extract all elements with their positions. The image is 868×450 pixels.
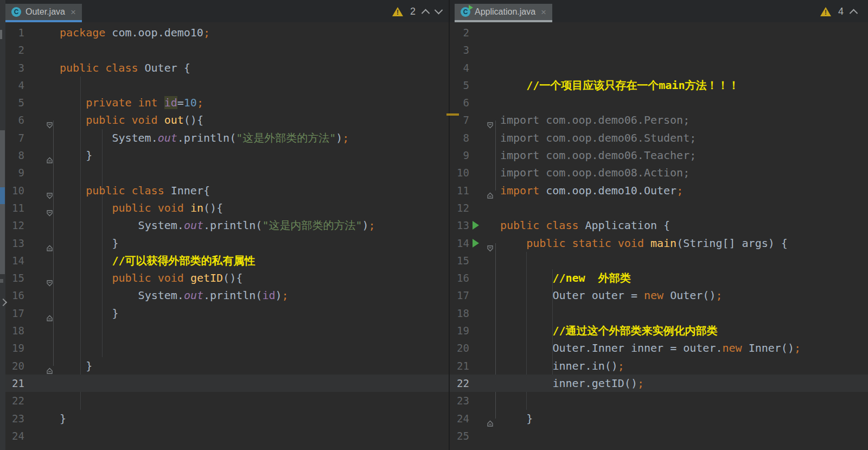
line-number[interactable]: 8 xyxy=(5,147,24,164)
line-number[interactable]: 22 xyxy=(5,392,24,409)
code-line[interactable]: 7import com.oop.demo06.Person; xyxy=(450,111,868,129)
code-line[interactable]: 15 xyxy=(450,252,868,269)
code-line[interactable]: 13public class Application { xyxy=(450,217,868,234)
code-line[interactable]: 9import com.oop.demo06.Teacher; xyxy=(450,147,868,164)
code-line[interactable]: 23} xyxy=(5,410,449,427)
code-line[interactable]: 19//通过这个外部类来实例化内部类 xyxy=(450,322,868,339)
line-number[interactable]: 6 xyxy=(5,111,24,129)
line-number[interactable]: 10 xyxy=(450,164,469,181)
code-line[interactable]: 19 xyxy=(5,339,449,357)
code-line[interactable]: 1package com.oop.demo10; xyxy=(5,24,449,41)
code-line[interactable]: 6 xyxy=(450,94,868,111)
line-number[interactable]: 12 xyxy=(5,217,24,234)
code-line[interactable]: 16//new 外部类 xyxy=(450,269,868,287)
code-line[interactable]: 18 xyxy=(5,322,449,339)
code-line[interactable]: 5private int id=10; xyxy=(5,94,449,111)
code-line[interactable]: 23 xyxy=(450,392,868,409)
tool-window-strip[interactable] xyxy=(0,0,5,450)
line-number[interactable]: 8 xyxy=(450,129,469,147)
code-line[interactable]: 11public void in(){ xyxy=(5,199,449,217)
line-number[interactable]: 2 xyxy=(5,41,24,59)
fold-collapse-icon[interactable] xyxy=(46,204,53,211)
line-number[interactable]: 22 xyxy=(450,375,469,392)
line-number[interactable]: 21 xyxy=(450,357,469,375)
line-number[interactable]: 24 xyxy=(450,410,469,427)
fold-end-icon[interactable] xyxy=(46,309,53,316)
run-arrow-icon[interactable] xyxy=(473,221,479,230)
close-icon[interactable]: × xyxy=(71,8,76,17)
line-number[interactable]: 9 xyxy=(5,164,24,181)
code-line[interactable]: 14public static void main(String[] args)… xyxy=(450,234,868,252)
code-line[interactable]: 11import com.oop.demo10.Outer; xyxy=(450,182,868,199)
line-number[interactable]: 18 xyxy=(450,305,469,322)
code-line[interactable]: 14//可以获得外部类的私有属性 xyxy=(5,252,449,269)
inspections-widget[interactable]: 2 xyxy=(392,6,442,17)
line-number[interactable]: 15 xyxy=(5,269,24,287)
line-number[interactable]: 3 xyxy=(450,41,469,59)
line-number[interactable]: 17 xyxy=(450,287,469,304)
line-number[interactable]: 20 xyxy=(5,357,24,375)
code-line[interactable]: 9 xyxy=(5,164,449,181)
code-line[interactable]: 8} xyxy=(5,147,449,164)
line-number[interactable]: 19 xyxy=(450,322,469,339)
line-number[interactable]: 25 xyxy=(450,427,469,445)
chevron-up-icon[interactable] xyxy=(422,9,430,18)
code-line[interactable]: 10public class Inner{ xyxy=(5,182,449,199)
code-line[interactable]: 8import com.oop.demo06.Student; xyxy=(450,129,868,147)
line-number[interactable]: 2 xyxy=(450,24,469,41)
fold-collapse-icon[interactable] xyxy=(46,274,53,281)
tab-outer-java[interactable]: C Outer.java × xyxy=(5,4,82,22)
fold-end-icon[interactable] xyxy=(46,362,53,369)
line-number[interactable]: 21 xyxy=(5,375,24,392)
code-line[interactable]: 20} xyxy=(5,357,449,375)
line-number[interactable]: 19 xyxy=(5,339,24,357)
code-line[interactable]: 24} xyxy=(450,410,868,427)
code-line[interactable]: 4 xyxy=(450,59,868,77)
line-number[interactable]: 13 xyxy=(5,234,24,252)
line-number[interactable]: 16 xyxy=(450,269,469,287)
line-number[interactable]: 9 xyxy=(450,147,469,164)
code-line[interactable]: 24 xyxy=(5,427,449,445)
line-number[interactable]: 4 xyxy=(450,59,469,77)
line-number[interactable]: 15 xyxy=(450,252,469,269)
fold-end-icon[interactable] xyxy=(46,239,53,246)
line-number[interactable]: 23 xyxy=(5,410,24,427)
line-number[interactable]: 18 xyxy=(5,322,24,339)
line-number[interactable]: 24 xyxy=(5,427,24,445)
line-number[interactable]: 3 xyxy=(5,59,24,77)
close-icon[interactable]: × xyxy=(541,8,546,17)
line-number[interactable]: 5 xyxy=(5,94,24,111)
code-line[interactable]: 6public void out(){ xyxy=(5,111,449,129)
code-line[interactable]: 25 xyxy=(450,427,868,445)
code-line[interactable]: 13} xyxy=(5,234,449,252)
code-line[interactable]: 18 xyxy=(450,305,868,322)
line-number[interactable]: 5 xyxy=(450,77,469,94)
line-number[interactable]: 1 xyxy=(5,24,24,41)
line-number[interactable]: 17 xyxy=(5,305,24,322)
inspections-widget[interactable]: 4 xyxy=(820,6,857,17)
code-line[interactable]: 10import com.oop.demo08.Action; xyxy=(450,164,868,181)
line-number[interactable]: 12 xyxy=(450,199,469,217)
line-number[interactable]: 13 xyxy=(450,217,469,234)
code-line[interactable]: 2 xyxy=(5,41,449,59)
fold-collapse-icon[interactable] xyxy=(46,187,53,194)
line-number[interactable]: 11 xyxy=(5,199,24,217)
fold-collapse-icon[interactable] xyxy=(487,239,494,246)
code-line[interactable]: 17} xyxy=(5,305,449,322)
code-line[interactable]: 22 xyxy=(5,392,449,409)
tab-application-java[interactable]: C Application.java × xyxy=(455,4,552,22)
line-number[interactable]: 14 xyxy=(5,252,24,269)
editor-outer-java[interactable]: 1package com.oop.demo10;23public class O… xyxy=(5,22,449,450)
line-number[interactable]: 23 xyxy=(450,392,469,409)
line-number[interactable]: 11 xyxy=(450,182,469,199)
line-number[interactable]: 6 xyxy=(450,94,469,111)
code-line[interactable]: 15public void getID(){ xyxy=(5,269,449,287)
line-number[interactable]: 20 xyxy=(450,339,469,357)
fold-collapse-icon[interactable] xyxy=(487,116,494,123)
fold-end-icon[interactable] xyxy=(487,415,494,422)
code-line[interactable]: 2 xyxy=(450,24,868,41)
code-line[interactable]: 22inner.getID(); xyxy=(450,375,868,392)
run-arrow-icon[interactable] xyxy=(473,239,479,248)
line-number[interactable]: 14 xyxy=(450,234,469,252)
code-line[interactable]: 17Outer outer = new Outer(); xyxy=(450,287,868,304)
